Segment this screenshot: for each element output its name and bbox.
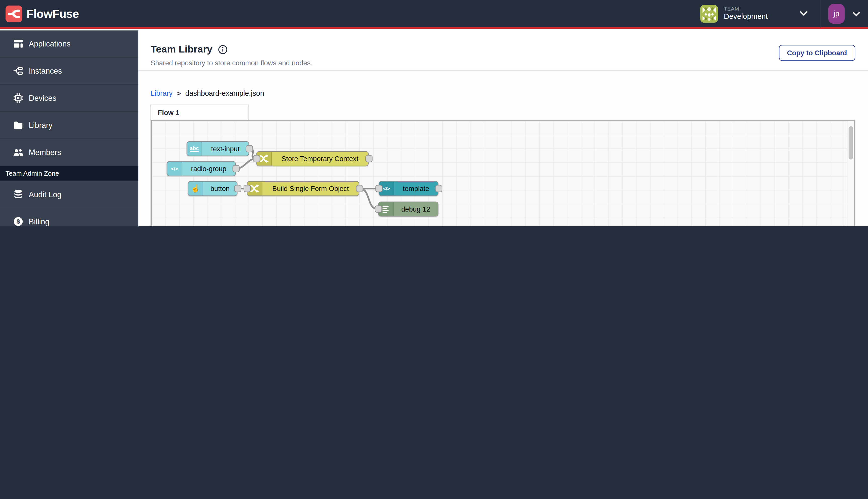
- output-port[interactable]: [232, 165, 239, 172]
- output-port[interactable]: [365, 155, 372, 162]
- sidebar-item-library[interactable]: Library: [0, 112, 138, 139]
- flowfuse-logo-icon: [5, 5, 22, 22]
- sidebar-item-applications[interactable]: Applications: [0, 31, 138, 58]
- input-port[interactable]: [374, 206, 382, 213]
- flow-node-text-input[interactable]: abc text-input: [187, 141, 249, 156]
- output-port[interactable]: [246, 145, 253, 152]
- code-icon: </>: [167, 162, 182, 175]
- flow-node-store-temporary-context[interactable]: Store Temporary Context: [256, 151, 369, 166]
- breadcrumb-library-link[interactable]: Library: [151, 89, 173, 97]
- node-label: Build Single Form Object: [262, 182, 359, 195]
- sidebar: Applications Instances Devices Library M…: [0, 31, 138, 227]
- sidebar-item-label: Billing: [29, 217, 49, 226]
- breadcrumb: Library > dashboard-example.json: [151, 89, 868, 97]
- node-label: button: [203, 182, 237, 195]
- main-area: Team Library Shared repository to store …: [138, 31, 868, 227]
- applications-icon: [13, 39, 23, 49]
- team-name: Development: [724, 12, 768, 21]
- flow-node-template[interactable]: </> template: [379, 181, 438, 196]
- output-port[interactable]: [435, 185, 442, 192]
- chevron-down-icon: [853, 9, 860, 19]
- page-title: Team Library: [151, 44, 212, 55]
- node-label: radio-group: [182, 162, 235, 175]
- vertical-scrollbar-thumb[interactable]: [848, 126, 853, 160]
- info-icon[interactable]: [218, 45, 227, 54]
- sidebar-item-label: Applications: [29, 39, 71, 48]
- database-icon: [13, 190, 23, 199]
- input-port[interactable]: [253, 155, 260, 162]
- library-icon: [13, 120, 23, 130]
- input-port[interactable]: [375, 185, 382, 192]
- flow-canvas[interactable]: abc text-input </> radio-group Store Tem…: [151, 120, 855, 227]
- user-menu[interactable]: jp: [828, 3, 860, 23]
- sidebar-item-label: Members: [29, 148, 61, 157]
- top-navbar: FlowFuse: [0, 0, 868, 29]
- sidebar-item-label: Instances: [29, 66, 62, 75]
- sidebar-item-devices[interactable]: Devices: [0, 85, 138, 112]
- abc-icon: abc: [187, 142, 202, 156]
- page-header: Team Library Shared repository to store …: [138, 31, 868, 70]
- svg-text:$: $: [16, 218, 20, 225]
- hand-pointer-icon: ☝: [188, 182, 203, 195]
- flow-node-build-single-form-object[interactable]: Build Single Form Object: [247, 181, 359, 196]
- devices-icon: [13, 93, 23, 103]
- page-subtitle: Shared repository to store common flows …: [151, 59, 313, 67]
- navbar-divider: [820, 0, 820, 28]
- dollar-icon: $: [13, 217, 23, 227]
- instances-icon: [13, 66, 23, 76]
- sidebar-item-members[interactable]: Members: [0, 139, 138, 166]
- output-port[interactable]: [356, 185, 363, 192]
- sidebar-item-label: Audit Log: [29, 190, 62, 199]
- breadcrumb-current-file: dashboard-example.json: [185, 89, 264, 97]
- team-label: TEAM:: [724, 5, 768, 12]
- brand-name: FlowFuse: [27, 7, 79, 20]
- chevron-right-icon: >: [177, 89, 181, 97]
- node-label: text-input: [202, 142, 248, 156]
- team-avatar: [700, 5, 718, 23]
- sidebar-item-instances[interactable]: Instances: [0, 58, 138, 85]
- user-avatar: jp: [828, 3, 845, 23]
- sidebar-item-label: Devices: [29, 94, 57, 102]
- node-label: template: [394, 182, 438, 195]
- app-window: FlowFuse: [0, 0, 868, 227]
- flow-wires: [152, 121, 854, 227]
- input-port[interactable]: [243, 185, 251, 192]
- flow-node-radio-group[interactable]: </> radio-group: [166, 161, 236, 176]
- brand-link[interactable]: FlowFuse: [5, 5, 79, 22]
- chevron-down-icon: [800, 11, 808, 16]
- library-content: Library > dashboard-example.json Flow 1: [138, 70, 868, 227]
- output-port[interactable]: [234, 185, 241, 192]
- sidebar-item-audit-log[interactable]: Audit Log: [0, 181, 138, 208]
- node-label: debug 12: [394, 202, 438, 216]
- team-admin-zone-banner: Team Admin Zone: [0, 166, 138, 181]
- flow-node-button[interactable]: ☝ button: [188, 181, 237, 196]
- flow-node-debug-12[interactable]: debug 12: [378, 202, 438, 217]
- copy-to-clipboard-button[interactable]: Copy to Clipboard: [779, 45, 855, 61]
- members-icon: [13, 147, 23, 157]
- node-label: Store Temporary Context: [272, 152, 368, 166]
- sidebar-item-label: Library: [29, 121, 52, 130]
- sidebar-item-billing[interactable]: $ Billing: [0, 208, 138, 227]
- team-selector[interactable]: TEAM: Development: [697, 2, 811, 25]
- tab-flow-1[interactable]: Flow 1: [151, 105, 249, 120]
